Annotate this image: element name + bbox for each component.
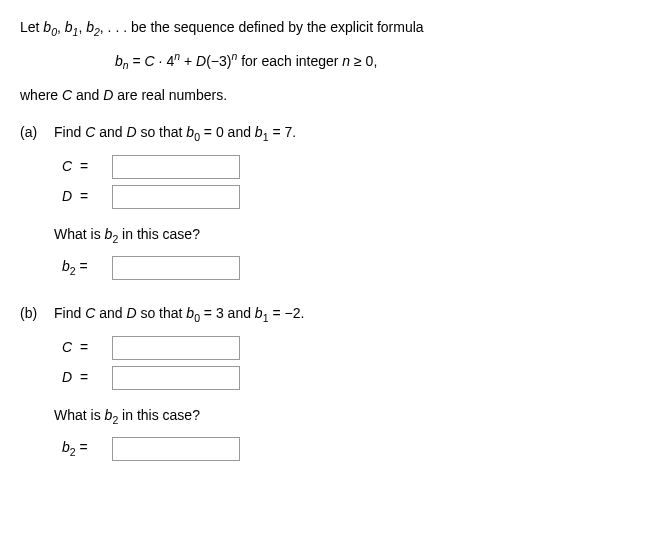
part-b-d-label: D = — [54, 368, 112, 388]
part-a-c-label: C = — [54, 157, 112, 177]
part-a-d-input[interactable] — [112, 185, 240, 209]
part-b-b2-label: b2 = — [54, 438, 112, 459]
part-b: (b) Find C and D so that b0 = 3 and b1 =… — [20, 304, 645, 467]
part-b-c-input[interactable] — [112, 336, 240, 360]
part-b-question: Find C and D so that b0 = 3 and b1 = −2. — [54, 304, 645, 325]
intro-rest: be the sequence defined by the explicit … — [127, 19, 424, 35]
seq-b2: b2 — [86, 19, 100, 35]
part-a-question: Find C and D so that b0 = 0 and b1 = 7. — [54, 123, 645, 144]
part-a-label: (a) — [20, 123, 54, 286]
part-a-d-label: D = — [54, 187, 112, 207]
seq-b1: b1 — [65, 19, 79, 35]
part-a-b2-label: b2 = — [54, 257, 112, 278]
part-a-subquestion: What is b2 in this case? — [54, 225, 645, 246]
explicit-formula: bn = C · 4n + D(−3)n for each integer n … — [115, 49, 645, 73]
part-a-c-input[interactable] — [112, 155, 240, 179]
seq-b0: b0 — [43, 19, 57, 35]
intro-prefix: Let — [20, 19, 43, 35]
part-a-b2-input[interactable] — [112, 256, 240, 280]
part-a: (a) Find C and D so that b0 = 0 and b1 =… — [20, 123, 645, 286]
where-text: where C and D are real numbers. — [20, 86, 645, 106]
part-b-b2-input[interactable] — [112, 437, 240, 461]
intro-text: Let b0, b1, b2, . . . be the sequence de… — [20, 18, 645, 39]
part-b-subquestion: What is b2 in this case? — [54, 406, 645, 427]
part-b-c-label: C = — [54, 338, 112, 358]
part-b-label: (b) — [20, 304, 54, 467]
part-b-d-input[interactable] — [112, 366, 240, 390]
